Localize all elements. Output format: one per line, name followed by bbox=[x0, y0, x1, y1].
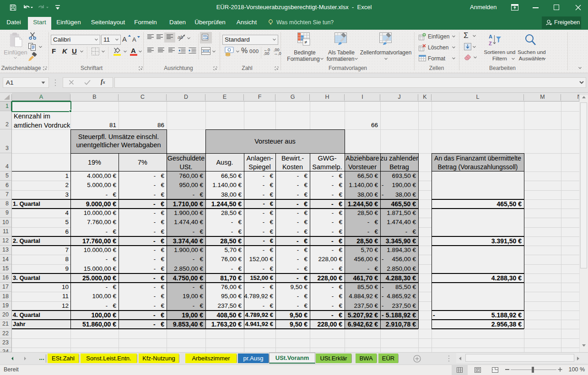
svg-text:A: A bbox=[489, 34, 492, 39]
svg-text:Z: Z bbox=[489, 41, 492, 46]
svg-text:,00: ,00 bbox=[264, 51, 270, 55]
svg-text:→,0: →,0 bbox=[274, 51, 281, 55]
svg-text:≠: ≠ bbox=[304, 39, 307, 45]
